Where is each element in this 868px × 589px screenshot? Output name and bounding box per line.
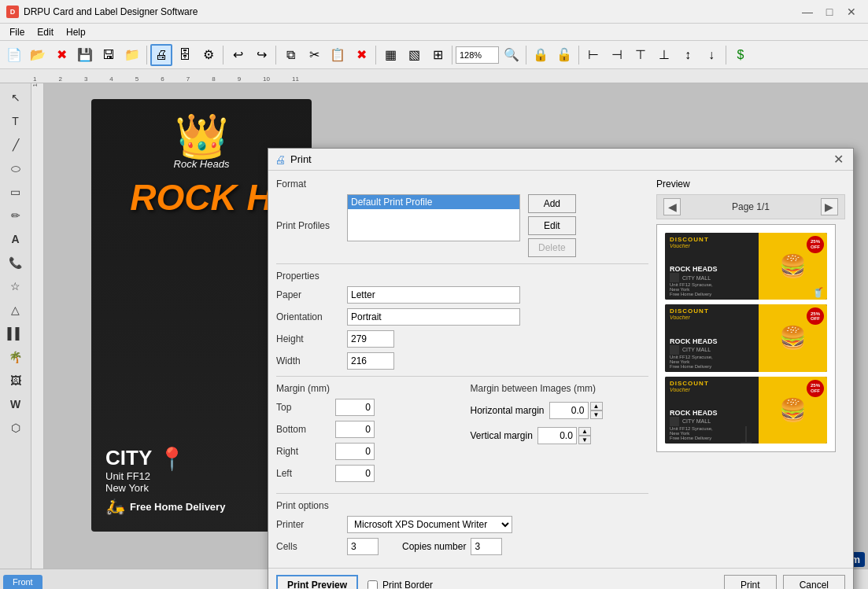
voucher-label-2: Voucher <box>670 315 754 320</box>
edit-profile-button[interactable]: Edit <box>528 216 576 235</box>
redo-button[interactable]: ↪ <box>250 44 272 66</box>
phone-tool[interactable]: 📞 <box>5 252 27 274</box>
minimize-button[interactable]: — <box>797 4 818 20</box>
v-margin-down[interactable]: ▼ <box>578 436 591 444</box>
off-badge-3: 25%OFF <box>807 380 824 397</box>
zoom-fit-button[interactable]: 🔍 <box>500 44 523 66</box>
print-profiles-row: Print Profiles Default Print Profile Add… <box>276 194 648 257</box>
align-bottom-button[interactable]: ↓ <box>700 44 722 66</box>
add-profile-button[interactable]: Add <box>528 194 576 213</box>
zoom-input[interactable]: 128% <box>456 46 499 64</box>
margins-area: Margin (mm) Top 0 Bottom 0 Right 0 Left <box>276 383 648 487</box>
print-button[interactable]: 🖨 <box>150 44 172 66</box>
printer-select[interactable]: Microsoft XPS Document Writer <box>347 516 512 533</box>
align-top-button[interactable]: ⊥ <box>653 44 675 66</box>
h-margin-input[interactable]: 0.0 <box>549 402 589 419</box>
print-action-button[interactable]: Print <box>724 575 777 589</box>
close-button[interactable]: ✕ <box>841 4 862 20</box>
align-right-button[interactable]: ⊤ <box>630 44 652 66</box>
unlock-button[interactable]: 🔓 <box>553 44 575 66</box>
preview-panel: Preview ◀ Page 1/1 ▶ DISCOUNT Voucher <box>656 179 845 560</box>
close-doc-button[interactable]: ✖ <box>50 44 72 66</box>
h-margin-up[interactable]: ▲ <box>590 402 603 410</box>
height-input[interactable]: 279 <box>347 330 394 348</box>
preview-card-2-bottom: ROCK HEADS CITY MALL Unit FF12 Syracuse,… <box>670 337 754 369</box>
burger-2: 🍔 <box>779 325 807 351</box>
margin-top-input[interactable]: 0 <box>335 399 375 416</box>
ungroup-button[interactable]: ▧ <box>403 44 425 66</box>
group-button[interactable]: ▦ <box>379 44 401 66</box>
menu-edit[interactable]: Edit <box>31 25 60 39</box>
menu-help[interactable]: Help <box>60 25 92 39</box>
maximize-button[interactable]: □ <box>819 4 840 20</box>
rect-tool[interactable]: ▭ <box>5 181 27 203</box>
font-tool[interactable]: A <box>5 228 27 250</box>
print-preview-button[interactable]: Print Preview <box>276 575 358 589</box>
cut-button[interactable]: ✂ <box>303 44 325 66</box>
preview-prev-button[interactable]: ◀ <box>663 198 681 215</box>
settings-button[interactable]: ⚙ <box>198 44 220 66</box>
save-button[interactable]: 💾 <box>74 44 96 66</box>
margin-right-label: Right <box>276 446 335 457</box>
delete-profile-button[interactable]: Delete <box>528 238 576 257</box>
lock-button[interactable]: 🔒 <box>530 44 552 66</box>
oval-tool[interactable]: ⬭ <box>5 157 27 179</box>
front-tab[interactable]: Front <box>3 575 42 589</box>
orientation-input[interactable]: Portrait <box>347 308 520 326</box>
price-button[interactable]: $ <box>729 44 752 66</box>
app-title: DRPU Card and Label Designer Software <box>24 6 797 17</box>
preview-next-button[interactable]: ▶ <box>821 198 838 215</box>
select-tool[interactable]: ↖ <box>5 87 27 109</box>
align-center-h-button[interactable]: ⊣ <box>606 44 628 66</box>
orientation-label: Orientation <box>276 311 347 322</box>
new-button[interactable]: 📄 <box>3 44 25 66</box>
database-button[interactable]: 🗄 <box>174 44 196 66</box>
align-left-button[interactable]: ⊢ <box>582 44 604 66</box>
line-tool[interactable]: ╱ <box>5 134 27 156</box>
copy-button[interactable]: ⧉ <box>279 44 301 66</box>
margin-section-label: Margin (mm) <box>276 383 455 394</box>
rock-heads-label: Rock Heads <box>174 158 230 170</box>
tree-tool[interactable]: 🌴 <box>5 346 27 368</box>
margin-bottom-row: Bottom 0 <box>276 421 455 438</box>
dialog-body: Format Print Profiles Default Print Prof… <box>268 171 853 568</box>
paper-input[interactable]: Letter <box>347 286 520 304</box>
image-tool[interactable]: 🖼 <box>5 370 27 392</box>
cancel-button[interactable]: Cancel <box>783 575 845 589</box>
print-profiles-list[interactable]: Default Print Profile <box>347 194 520 241</box>
delete-button[interactable]: ✖ <box>350 44 372 66</box>
titlebar: D DRPU Card and Label Designer Software … <box>0 0 868 24</box>
preview-page-info: Page 1/1 <box>732 201 770 212</box>
text-tool[interactable]: T <box>5 110 27 132</box>
undo-button[interactable]: ↩ <box>227 44 249 66</box>
paste-button[interactable]: 📋 <box>327 44 349 66</box>
save-as-button[interactable]: 🖫 <box>98 44 120 66</box>
copies-input[interactable]: 3 <box>471 538 502 555</box>
toolbar-sep-7 <box>578 46 579 64</box>
profile-item-default[interactable]: Default Print Profile <box>348 195 519 209</box>
shape-tool[interactable]: ⬡ <box>5 417 27 439</box>
print-border-checkbox[interactable] <box>368 580 378 590</box>
align-center-v-button[interactable]: ↕ <box>677 44 699 66</box>
v-margin-up[interactable]: ▲ <box>578 427 591 436</box>
open-button[interactable]: 📂 <box>27 44 49 66</box>
preview-card-3-top: DISCOUNT Voucher <box>670 380 754 392</box>
triangle-tool[interactable]: △ <box>5 299 27 321</box>
margin-bottom-input[interactable]: 0 <box>335 421 375 438</box>
print-dialog-icon: 🖨 <box>275 153 286 166</box>
margin-left-input[interactable]: 0 <box>335 465 375 482</box>
word-tool[interactable]: W <box>5 393 27 415</box>
dialog-close-button[interactable]: ✕ <box>829 151 847 168</box>
menu-file[interactable]: File <box>3 25 31 39</box>
v-margin-input[interactable]: 0.0 <box>537 427 577 444</box>
grid-button[interactable]: ⊞ <box>427 44 449 66</box>
star-tool[interactable]: ☆ <box>5 275 27 297</box>
printer-row: Printer Microsoft XPS Document Writer <box>276 516 648 533</box>
pencil-tool[interactable]: ✏ <box>5 204 27 226</box>
cells-input[interactable]: 3 <box>347 538 379 555</box>
barcode-tool[interactable]: ▌▌ <box>5 322 27 344</box>
h-margin-down[interactable]: ▼ <box>590 410 603 419</box>
width-input[interactable]: 216 <box>347 352 394 370</box>
margin-right-input[interactable]: 0 <box>335 443 375 460</box>
browse-button[interactable]: 📁 <box>121 44 143 66</box>
